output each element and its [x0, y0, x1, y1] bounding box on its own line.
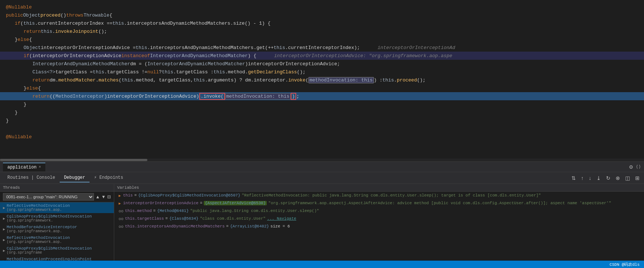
- debug-content-area: Threads 0081-exec-1... group "main": RUN…: [0, 184, 644, 268]
- action-btn-8[interactable]: ⊞: [634, 174, 641, 182]
- settings-icon[interactable]: ⚙: [629, 163, 633, 171]
- thread-down-btn[interactable]: ▼: [101, 194, 106, 199]
- var-item-interceptor[interactable]: ▶ interceptorOrInterceptionAdvice = {Asp…: [114, 199, 644, 207]
- thread-up-btn[interactable]: ▲: [95, 194, 100, 199]
- code-line-14: }: [0, 108, 644, 116]
- code-line-12: return (( MethodInterceptor )interceptor…: [0, 92, 644, 100]
- scroll-thumb[interactable]: [0, 159, 147, 161]
- thread-selector: 0081-exec-1... group "main": RUNNING ▲ ▼…: [0, 192, 114, 202]
- action-btn-6[interactable]: ⊗: [614, 174, 622, 182]
- thread-item-3[interactable]: ▶ MethodBeforeAdviceInterceptor (org.spr…: [0, 224, 114, 234]
- thread-item-5[interactable]: ▶ CglibAopProxy$CglibMethodInvocation (o…: [0, 245, 114, 256]
- variables-panel: Variables ▶ this = {CglibAopProxy$CglibM…: [114, 184, 644, 268]
- var-item-method[interactable]: oo this.method = {Method@6481} "public j…: [114, 207, 644, 215]
- tab-debugger[interactable]: Debugger: [60, 174, 90, 182]
- code-line-2: public Object proceed () throws Throwabl…: [0, 11, 644, 19]
- code-line-7: if (interceptorOrInterceptionAdvice inst…: [0, 52, 644, 60]
- tab-routines-console[interactable]: Routines | Console: [3, 174, 60, 182]
- action-btn-7[interactable]: ◫: [624, 174, 631, 182]
- debug-panel: application × ⚙ ⟨⟩ Routines | Console De…: [0, 161, 644, 268]
- code-line-10: return dm. methodMatcher . matches ( thi…: [0, 76, 644, 84]
- thread-filter-btn[interactable]: ⊟: [107, 194, 111, 199]
- variables-header: Variables: [114, 184, 644, 192]
- debug-tab-group: Routines | Console Debugger ⚡ Endpoints: [3, 173, 127, 182]
- code-line-3: if ( this .currentInterceptorIndex == th…: [0, 19, 644, 27]
- tab-application[interactable]: application ×: [3, 163, 45, 171]
- code-line-5: } else {: [0, 35, 644, 43]
- code-line-17: @Nullable: [0, 133, 644, 141]
- action-btn-5[interactable]: ↻: [605, 174, 612, 182]
- panel-tab-bar: application × ⚙ ⟨⟩: [0, 162, 644, 172]
- code-line-9: Class<?> targetClass = this .targetClass…: [0, 68, 644, 76]
- action-btn-1[interactable]: ⇅: [570, 174, 577, 182]
- horizontal-scrollbar[interactable]: [0, 159, 644, 161]
- thread-dropdown[interactable]: 0081-exec-1... group "main": RUNNING: [3, 193, 94, 201]
- status-text: CSDN @码农dls: [610, 262, 640, 267]
- var-item-targetclass[interactable]: oo this.targetClass = {Class@5634} "clas…: [114, 215, 644, 223]
- var-item-this[interactable]: ▶ this = {CglibAopProxy$CglibMethodInvoc…: [114, 192, 644, 199]
- action-btn-4[interactable]: ⤓: [595, 174, 602, 182]
- thread-item-1[interactable]: ▶ ReflectiveMethodInvocation (org.spring…: [0, 202, 114, 213]
- debug-action-buttons: ⇅ ↑ ↓ ⤓ ↻ ⊗ ◫ ⊞: [570, 174, 641, 182]
- code-editor: @Nullable public Object proceed () throw…: [0, 0, 644, 159]
- debug-toolbar: Routines | Console Debugger ⚡ Endpoints …: [0, 172, 644, 184]
- code-line-6: Object interceptorOrInterceptionAdvice =…: [0, 43, 644, 52]
- threads-panel: Threads 0081-exec-1... group "main": RUN…: [0, 184, 114, 268]
- code-line-15: }: [0, 116, 644, 125]
- threads-header: Threads: [0, 184, 114, 192]
- code-line-11: } else {: [0, 84, 644, 92]
- action-btn-2[interactable]: ↑: [580, 174, 585, 182]
- tab-endpoints[interactable]: ⚡ Endpoints: [90, 173, 127, 182]
- code-line-1: @Nullable: [0, 3, 644, 11]
- status-bar: CSDN @码农dls: [0, 261, 644, 268]
- code-line-4: return this . invokeJoinpoint ();: [0, 27, 644, 35]
- code-line-13: }: [0, 100, 644, 108]
- collapse-icon[interactable]: ⟨⟩: [636, 164, 641, 170]
- code-line-8: InterceptorAndDynamicMethodMatcher dm = …: [0, 60, 644, 68]
- action-btn-3[interactable]: ↓: [587, 174, 593, 182]
- var-item-matchers[interactable]: oo this.interceptorsAndDynamicMethodMatc…: [114, 223, 644, 230]
- code-line-16: [0, 125, 644, 133]
- thread-item-4[interactable]: ▶ ReflectiveMethodInvocation (org.spring…: [0, 234, 114, 245]
- thread-item-2[interactable]: ▶ CglibAopProxy$CglibMethodInvocation (o…: [0, 213, 114, 224]
